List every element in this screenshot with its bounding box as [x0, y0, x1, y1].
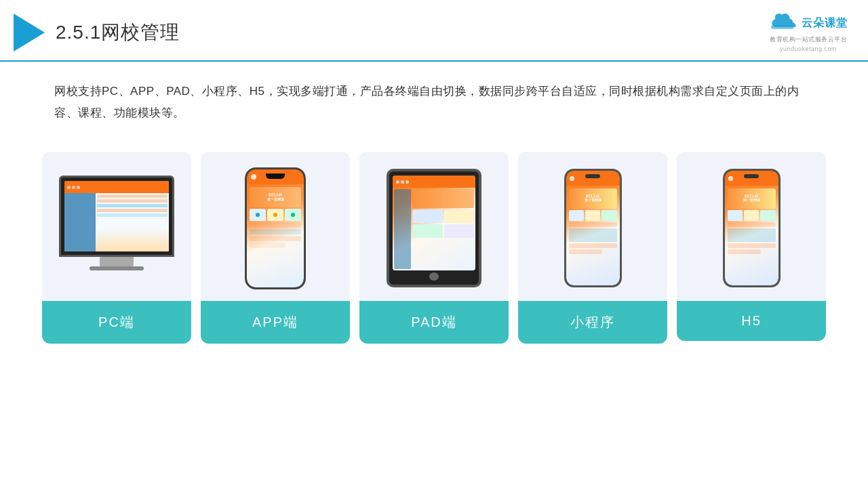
logo-brand: 云朵课堂	[802, 16, 848, 30]
logo-domain: yunduoketang.com	[780, 45, 837, 52]
logo-cloud: 云朵课堂	[769, 12, 848, 34]
miniphone-mockup-1: 职迁人的第一堂网课	[564, 169, 622, 287]
card-pc-label: PC端	[42, 301, 191, 344]
miniphone-screen-2: 职迁人的第一堂网课	[725, 171, 778, 285]
page-title: 2.5.1网校管理	[56, 20, 180, 45]
cards-container: PC端 职迁人的第一堂网课	[0, 131, 868, 344]
tablet-screen	[393, 176, 475, 270]
title-prefix: 2.5.1	[56, 22, 101, 43]
card-app-label: APP端	[201, 301, 350, 344]
monitor-mockup	[59, 176, 174, 281]
description-text: 网校支持PC、APP、PAD、小程序、H5，实现多端打通，产品各终端自由切换，数…	[0, 62, 868, 131]
card-miniprogram-label: 小程序	[518, 301, 667, 344]
logo-area: 云朵课堂 教育机构一站式服务云平台 yunduoketang.com	[769, 12, 848, 52]
card-app: 职迁人的第一堂网课	[201, 152, 350, 344]
card-pad: PAD端	[359, 152, 509, 344]
card-miniprogram: 职迁人的第一堂网课	[518, 152, 667, 344]
card-pc-image	[42, 152, 191, 301]
page-header: 2.5.1网校管理 云朵课堂 教育机构一站式服务云平台 yunduoketang…	[0, 0, 868, 62]
card-h5: 职迁人的第一堂网课	[677, 152, 826, 341]
monitor-screen-outer	[59, 176, 174, 257]
card-app-image: 职迁人的第一堂网课	[201, 152, 350, 301]
card-pad-label: PAD端	[359, 301, 509, 344]
play-icon	[14, 14, 45, 52]
cloud-icon	[769, 12, 799, 34]
phone-mockup-app: 职迁人的第一堂网课	[245, 167, 306, 289]
card-pad-image	[359, 152, 509, 301]
phone-screen-app: 职迁人的第一堂网课	[247, 169, 304, 287]
card-miniprogram-image: 职迁人的第一堂网课	[518, 152, 667, 301]
title-main: 网校管理	[101, 22, 180, 43]
miniphone-mockup-2: 职迁人的第一堂网课	[723, 169, 781, 287]
miniphone-screen-1: 职迁人的第一堂网课	[566, 171, 620, 285]
description-content: 网校支持PC、APP、PAD、小程序、H5，实现多端打通，产品各终端自由切换，数…	[54, 85, 799, 119]
card-pc: PC端	[42, 152, 191, 344]
monitor-screen-top	[64, 181, 169, 193]
logo-tagline: 教育机构一站式服务云平台	[770, 35, 847, 44]
header-left: 2.5.1网校管理	[14, 14, 180, 52]
card-h5-image: 职迁人的第一堂网课	[677, 152, 826, 301]
tablet-mockup	[387, 169, 481, 287]
card-h5-label: H5	[677, 301, 826, 341]
monitor-screen	[64, 181, 169, 251]
